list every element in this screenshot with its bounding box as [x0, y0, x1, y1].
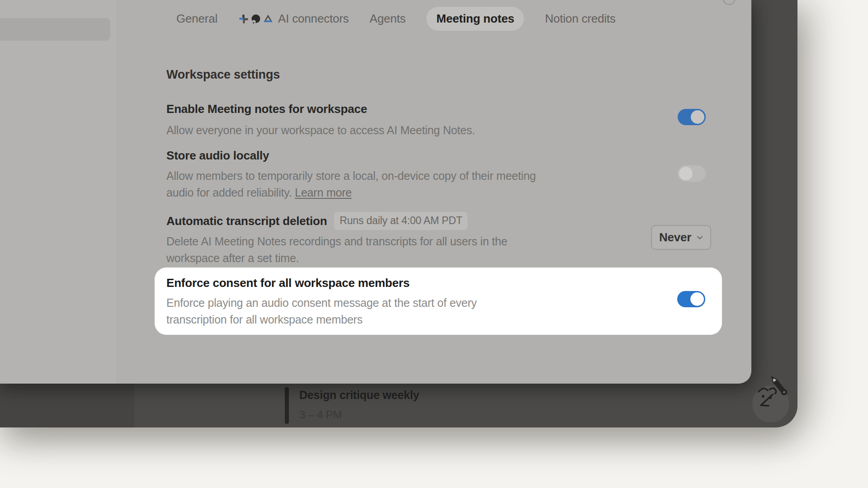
slack-icon [238, 14, 249, 24]
highlighted-setting-card-enforce-consent: Enforce consent for all workspace member… [155, 267, 722, 335]
tab-general[interactable]: General [176, 12, 217, 26]
screen: Design critique weekly 3 – 4 PM General [0, 0, 868, 488]
tab-agents[interactable]: Agents [369, 12, 406, 26]
schedule-badge: Runs daily at 4:00 AM PDT [334, 212, 467, 230]
description-line: Enforce playing an audio consent message… [166, 295, 477, 311]
transcript-deletion-dropdown[interactable]: Never [651, 225, 711, 250]
toggle-knob [691, 110, 704, 124]
setting-description: Allow members to temporarily store a loc… [166, 168, 536, 201]
window-bottom-shade [0, 384, 134, 427]
connector-icons [238, 14, 274, 24]
description-line: workspace after a set time. [166, 250, 507, 267]
toggle-enable-meeting-notes[interactable] [678, 109, 706, 125]
learn-more-link[interactable]: Learn more [295, 186, 352, 199]
toggle-knob [679, 167, 693, 180]
section-title: Workspace settings [166, 68, 280, 82]
doodle-button[interactable] [744, 371, 798, 422]
setting-description: Delete AI Meeting Notes recordings and t… [166, 233, 507, 267]
github-icon [250, 14, 261, 24]
tab-notion-credits[interactable]: Notion credits [545, 12, 615, 26]
setting-title-automatic-transcript-deletion: Automatic transcript deletion [166, 214, 327, 228]
toggle-knob [690, 292, 704, 306]
calendar-event: Design critique weekly 3 – 4 PM [285, 387, 419, 424]
toggle-store-audio-locally[interactable] [678, 165, 706, 182]
event-title: Design critique weekly [299, 389, 419, 402]
description-line: transcription for all workspace members [166, 311, 477, 328]
chevron-down-icon [696, 234, 704, 242]
google-drive-icon [263, 14, 274, 24]
tab-ai-connectors[interactable]: AI connectors [238, 12, 349, 26]
description-line: Delete AI Meeting Notes recordings and t… [166, 233, 507, 250]
description-line: audio for added reliability. Learn more [166, 184, 536, 201]
setting-description: Allow everyone in your workspace to acce… [166, 122, 475, 139]
sidebar-selected-item[interactable] [0, 18, 110, 41]
setting-title-enable-meeting-notes: Enable Meeting notes for workspace [166, 102, 367, 116]
event-time: 3 – 4 PM [299, 408, 419, 421]
doodle-pencil-face-icon [744, 371, 798, 422]
event-color-bar [285, 387, 289, 424]
tab-meeting-notes[interactable]: Meeting notes [426, 7, 524, 31]
dropdown-selected-value: Never [659, 230, 691, 244]
setting-description: Enforce playing an audio consent message… [166, 295, 477, 328]
settings-tabs: General [176, 7, 616, 31]
setting-title-enforce-consent: Enforce consent for all workspace member… [166, 276, 410, 290]
tab-ai-connectors-label: AI connectors [278, 12, 349, 26]
toggle-enforce-consent[interactable] [677, 291, 705, 307]
settings-sidebar [0, 0, 117, 384]
setting-title-store-audio-locally: Store audio locally [166, 149, 269, 163]
description-line: Allow members to temporarily store a loc… [166, 168, 536, 184]
